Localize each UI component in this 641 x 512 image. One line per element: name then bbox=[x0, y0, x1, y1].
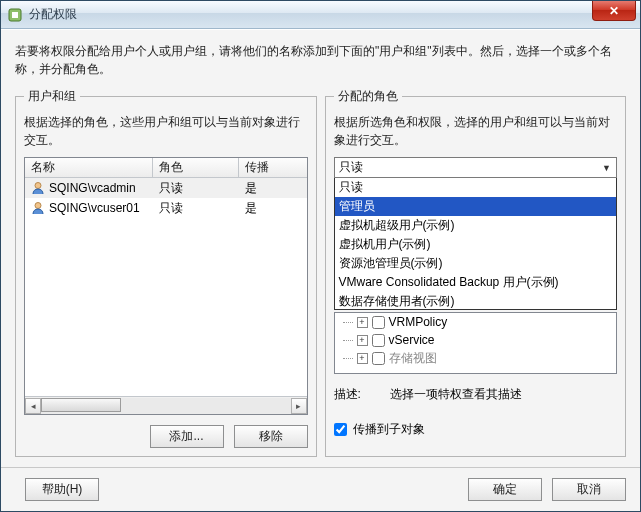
assign-permission-window: 分配权限 ✕ 若要将权限分配给用户个人或用户组，请将他们的名称添加到下面的"用户… bbox=[0, 0, 641, 512]
svg-point-2 bbox=[35, 183, 41, 189]
privilege-checkbox[interactable] bbox=[372, 352, 385, 365]
users-groups-desc: 根据选择的角色，这些用户和组可以与当前对象进行交互。 bbox=[24, 113, 308, 149]
table-row[interactable]: SQING\vcadmin 只读 是 bbox=[25, 178, 307, 198]
app-icon bbox=[7, 7, 23, 23]
cell-name: SQING\vcuser01 bbox=[49, 201, 140, 215]
table-header: 名称 角色 传播 bbox=[25, 158, 307, 178]
scroll-thumb[interactable] bbox=[41, 398, 121, 412]
window-title: 分配权限 bbox=[29, 6, 77, 23]
svg-point-3 bbox=[35, 203, 41, 209]
role-option[interactable]: 管理员 bbox=[335, 197, 617, 216]
cancel-button[interactable]: 取消 bbox=[552, 478, 626, 501]
user-icon bbox=[31, 181, 45, 195]
role-option[interactable]: 资源池管理员(示例) bbox=[335, 254, 617, 273]
close-button[interactable]: ✕ bbox=[592, 1, 636, 21]
role-combobox-value: 只读 bbox=[339, 159, 600, 176]
cell-role: 只读 bbox=[159, 200, 183, 217]
propagate-checkbox[interactable] bbox=[334, 423, 347, 436]
table-row[interactable]: SQING\vcuser01 只读 是 bbox=[25, 198, 307, 218]
users-groups-legend: 用户和组 bbox=[24, 88, 80, 105]
remove-button[interactable]: 移除 bbox=[234, 425, 308, 448]
titlebar[interactable]: 分配权限 ✕ bbox=[1, 1, 640, 29]
expand-icon[interactable]: + bbox=[357, 353, 368, 364]
intro-text: 若要将权限分配给用户个人或用户组，请将他们的名称添加到下面的"用户和组"列表中。… bbox=[15, 42, 626, 78]
tree-item[interactable]: + vService bbox=[335, 331, 617, 349]
privilege-checkbox[interactable] bbox=[372, 334, 385, 347]
role-option[interactable]: 虚拟机超级用户(示例) bbox=[335, 216, 617, 235]
propagate-row: 传播到子对象 bbox=[334, 421, 618, 438]
scroll-right-arrow[interactable]: ▸ bbox=[291, 398, 307, 414]
propagate-label: 传播到子对象 bbox=[353, 421, 425, 438]
close-icon: ✕ bbox=[609, 4, 619, 18]
add-button[interactable]: 添加... bbox=[150, 425, 224, 448]
expand-icon[interactable]: + bbox=[357, 317, 368, 328]
col-name-header[interactable]: 名称 bbox=[25, 158, 153, 177]
description-label: 描述: bbox=[334, 386, 390, 403]
help-button[interactable]: 帮助(H) bbox=[25, 478, 99, 501]
role-option[interactable]: 虚拟机用户(示例) bbox=[335, 235, 617, 254]
role-option[interactable]: 数据存储使用者(示例) bbox=[335, 292, 617, 310]
dialog-footer: 帮助(H) 确定 取消 bbox=[1, 467, 640, 511]
dialog-body: 若要将权限分配给用户个人或用户组，请将他们的名称添加到下面的"用户和组"列表中。… bbox=[1, 29, 640, 467]
users-groups-content: 名称 角色 传播 SQING\vcadmin 只读 是 bbox=[24, 157, 308, 448]
role-combobox[interactable]: 只读 ▼ bbox=[334, 157, 618, 178]
tree-item-label: vService bbox=[389, 333, 435, 347]
assigned-role-desc: 根据所选角色和权限，选择的用户和组可以与当前对象进行交互。 bbox=[334, 113, 618, 149]
col-propagate-header[interactable]: 传播 bbox=[239, 158, 307, 177]
scroll-track[interactable] bbox=[41, 398, 291, 414]
cell-propagate: 是 bbox=[245, 200, 257, 217]
chevron-down-icon: ▼ bbox=[599, 160, 614, 175]
role-dropdown[interactable]: 只读 管理员 虚拟机超级用户(示例) 虚拟机用户(示例) 资源池管理员(示例) … bbox=[334, 178, 618, 310]
svg-rect-1 bbox=[12, 12, 18, 18]
privilege-checkbox[interactable] bbox=[372, 316, 385, 329]
col-role-header[interactable]: 角色 bbox=[153, 158, 239, 177]
expand-icon[interactable]: + bbox=[357, 335, 368, 346]
privilege-description: 描述: 选择一项特权查看其描述 bbox=[334, 386, 618, 403]
panels: 用户和组 根据选择的角色，这些用户和组可以与当前对象进行交互。 名称 角色 传播 bbox=[15, 88, 626, 457]
table-body[interactable]: SQING\vcadmin 只读 是 SQING\vcuser01 bbox=[25, 178, 307, 396]
assigned-role-legend: 分配的角色 bbox=[334, 88, 402, 105]
privileges-tree[interactable]: + VRMPolicy + vService + 存储视图 bbox=[334, 312, 618, 374]
users-buttons: 添加... 移除 bbox=[24, 425, 308, 448]
user-icon bbox=[31, 201, 45, 215]
role-option[interactable]: VMware Consolidated Backup 用户(示例) bbox=[335, 273, 617, 292]
cell-role: 只读 bbox=[159, 180, 183, 197]
assigned-role-content: 只读 ▼ 只读 管理员 虚拟机超级用户(示例) 虚拟机用户(示例) 资源池管理员… bbox=[334, 157, 618, 448]
users-table: 名称 角色 传播 SQING\vcadmin 只读 是 bbox=[24, 157, 308, 415]
tree-item-label: VRMPolicy bbox=[389, 315, 448, 329]
tree-item[interactable]: + VRMPolicy bbox=[335, 313, 617, 331]
description-text: 选择一项特权查看其描述 bbox=[390, 386, 618, 403]
users-groups-panel: 用户和组 根据选择的角色，这些用户和组可以与当前对象进行交互。 名称 角色 传播 bbox=[15, 88, 317, 457]
tree-item[interactable]: + 存储视图 bbox=[335, 349, 617, 367]
cell-name: SQING\vcadmin bbox=[49, 181, 136, 195]
tree-item-label: 存储视图 bbox=[389, 350, 437, 367]
role-option[interactable]: 只读 bbox=[335, 178, 617, 197]
horizontal-scrollbar[interactable]: ◂ ▸ bbox=[25, 396, 307, 414]
scroll-left-arrow[interactable]: ◂ bbox=[25, 398, 41, 414]
ok-button[interactable]: 确定 bbox=[468, 478, 542, 501]
cell-propagate: 是 bbox=[245, 180, 257, 197]
assigned-role-panel: 分配的角色 根据所选角色和权限，选择的用户和组可以与当前对象进行交互。 只读 ▼… bbox=[325, 88, 627, 457]
